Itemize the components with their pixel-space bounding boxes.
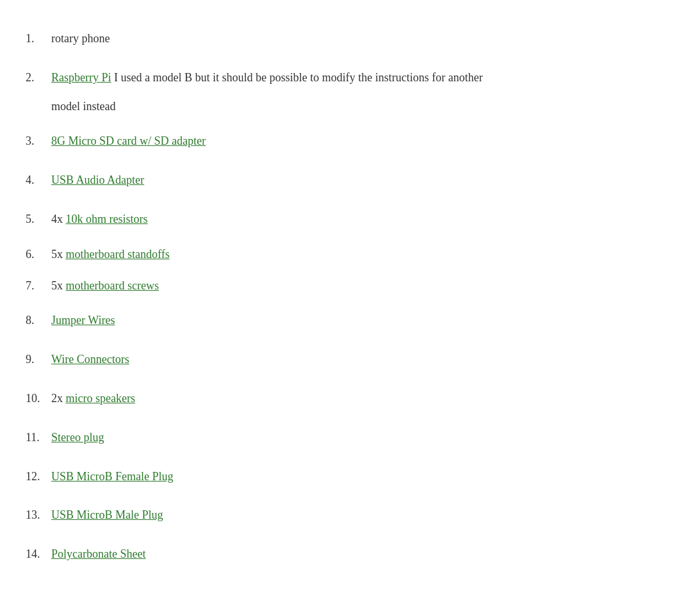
item-link[interactable]: 10k ohm resistors <box>66 213 148 225</box>
item-content: 5x motherboard standoffs <box>51 245 666 264</box>
item-link[interactable]: motherboard standoffs <box>66 248 170 261</box>
item-number: 11. <box>26 428 51 447</box>
item-number: 12. <box>26 467 51 486</box>
item-content: USB MicroB Male Plug <box>51 506 666 524</box>
item-content: Wire Connectors <box>51 350 666 369</box>
list-item-wrapper: 14.Polycarbonate Sheet <box>26 535 666 574</box>
list-item: 14.Polycarbonate Sheet <box>26 535 666 574</box>
list-item-wrapper: 9.Wire Connectors <box>26 340 666 379</box>
list-item: 2.Raspberry Pi I used a model B but it s… <box>26 58 666 97</box>
item-content: Polycarbonate Sheet <box>51 545 666 563</box>
list-item: 3.8G Micro SD card w/ SD adapter <box>26 122 666 161</box>
item-number: 8. <box>26 311 51 330</box>
item-link[interactable]: Wire Connectors <box>51 353 129 366</box>
item-number: 10. <box>26 389 51 408</box>
item-link[interactable]: 8G Micro SD card w/ SD adapter <box>51 134 206 147</box>
item-content: 8G Micro SD card w/ SD adapter <box>51 132 666 150</box>
list-item-wrapper: 13.USB MicroB Male Plug <box>26 496 666 535</box>
item-content: 2x micro speakers <box>51 389 666 408</box>
list-item: 6.5x motherboard standoffs <box>26 239 666 270</box>
list-item: 10.2x micro speakers <box>26 379 666 418</box>
item-link[interactable]: micro speakers <box>66 392 135 405</box>
list-item: 8.Jumper Wires <box>26 301 666 340</box>
item-number: 9. <box>26 350 51 369</box>
item-number: 1. <box>26 29 51 48</box>
list-item-wrapper: 4.USB Audio Adapter <box>26 161 666 200</box>
item-content: 5x motherboard screws <box>51 277 666 295</box>
item-link[interactable]: Polycarbonate Sheet <box>51 547 145 560</box>
item-number: 5. <box>26 210 51 229</box>
item-link[interactable]: USB MicroB Male Plug <box>51 508 163 521</box>
item-content: Jumper Wires <box>51 311 666 330</box>
item-number: 3. <box>26 132 51 150</box>
list-item-wrapper: 3.8G Micro SD card w/ SD adapter <box>26 122 666 161</box>
item-link[interactable]: Stereo plug <box>51 431 104 444</box>
list-item-wrapper: 12.USB MicroB Female Plug <box>26 457 666 496</box>
list-item: 11.Stereo plug <box>26 418 666 457</box>
item-content: USB Audio Adapter <box>51 171 666 190</box>
list-item-wrapper: 5.4x 10k ohm resistors <box>26 200 666 239</box>
item-content: USB MicroB Female Plug <box>51 467 666 486</box>
list-item: 12.USB MicroB Female Plug <box>26 457 666 496</box>
list-item: 5.4x 10k ohm resistors <box>26 200 666 239</box>
list-item-wrapper: 6.5x motherboard standoffs <box>26 239 666 270</box>
list-item-wrapper: 1.rotary phone <box>26 19 666 58</box>
item-number: 2. <box>26 69 51 87</box>
item-number: 7. <box>26 277 51 295</box>
list-item-wrapper: 10.2x micro speakers <box>26 379 666 418</box>
list-item: 9.Wire Connectors <box>26 340 666 379</box>
item-number: 4. <box>26 171 51 190</box>
list-item: 1.rotary phone <box>26 19 666 58</box>
item-content: rotary phone <box>51 29 666 48</box>
list-item-wrapper: 7.5x motherboard screws <box>26 270 666 302</box>
item-link[interactable]: Raspberry Pi <box>51 71 111 84</box>
item-content: 4x 10k ohm resistors <box>51 210 666 229</box>
list-item-wrapper: 2.Raspberry Pi I used a model B but it s… <box>26 58 666 122</box>
item-number: 6. <box>26 245 51 264</box>
item-link[interactable]: USB MicroB Female Plug <box>51 470 174 483</box>
list-item-wrapper: 8.Jumper Wires <box>26 301 666 340</box>
item-link[interactable]: USB Audio Adapter <box>51 174 144 186</box>
item-number: 13. <box>26 506 51 524</box>
item-number: 14. <box>26 545 51 563</box>
list-item: 4.USB Audio Adapter <box>26 161 666 200</box>
item-content: Stereo plug <box>51 428 666 447</box>
item-link[interactable]: motherboard screws <box>66 279 159 292</box>
item-indent-text: model instead <box>26 97 666 122</box>
list-item-wrapper: 11.Stereo plug <box>26 418 666 457</box>
list-item: 13.USB MicroB Male Plug <box>26 496 666 535</box>
list-item: 7.5x motherboard screws <box>26 270 666 302</box>
item-link[interactable]: Jumper Wires <box>51 314 115 327</box>
main-list: 1.rotary phone2.Raspberry Pi I used a mo… <box>26 19 666 574</box>
item-content: Raspberry Pi I used a model B but it sho… <box>51 69 666 87</box>
